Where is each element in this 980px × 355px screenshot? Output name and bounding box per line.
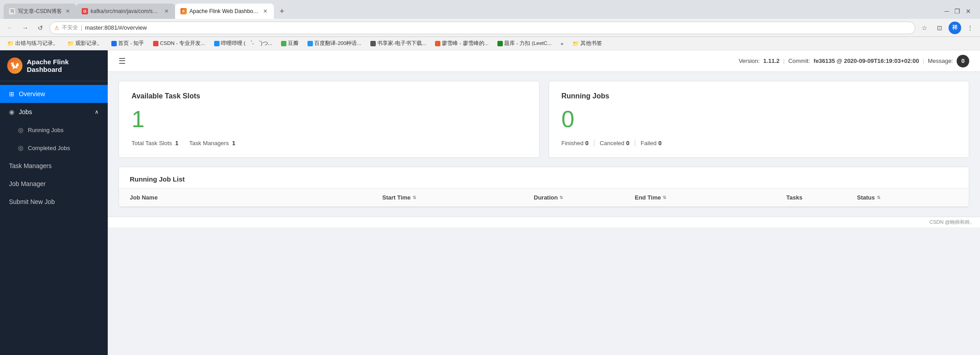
bookmark-item[interactable]: CSDN - 专业开发... [149, 39, 208, 48]
sidebar-item-jobs-label: Jobs [19, 108, 32, 115]
failed-label: Failed [641, 140, 656, 146]
user-icon[interactable]: 祥 [949, 22, 961, 34]
address-bar[interactable]: ⚠ 不安全 | master:8081/#/overview [49, 22, 915, 34]
canceled-label: Canceled [600, 140, 624, 146]
failed-stat: Failed 0 [635, 140, 667, 146]
th-duration[interactable]: Duration ⇅ [534, 194, 635, 201]
bookmark-item[interactable]: 首页 - 知乎 [108, 39, 148, 48]
tab-2-close[interactable]: ✕ [163, 8, 170, 15]
flink-logo-icon: 🐿 [7, 58, 22, 74]
tab-3-close[interactable]: ✕ [262, 8, 268, 15]
close-button[interactable]: ✕ [964, 6, 973, 17]
sidebar-item-running-jobs[interactable]: ◎ Running Jobs [0, 121, 108, 139]
bookmark-item[interactable]: 📁 观影记录。 [64, 39, 106, 48]
bookmark-label: 百度翻译-200种语... [314, 40, 361, 47]
dashboard-area: Available Task Slots 1 Total Task Slots … [108, 72, 980, 217]
sidebar-item-completed-jobs-label: Completed Jobs [28, 145, 70, 151]
completed-jobs-icon: ◎ [18, 144, 23, 151]
canceled-stat: Canceled 0 [594, 140, 635, 146]
browser-chrome: 写 写文章-CSDN博客 ✕ G kafka/src/main/java/com… [0, 0, 980, 50]
folder-icon: 📁 [7, 40, 14, 47]
total-task-slots-value: 1 [175, 140, 178, 146]
sidebar-logo: 🐿 Apache Flink Dashboard [0, 50, 108, 81]
hamburger-icon[interactable]: ☰ [119, 56, 126, 66]
message-label: Message: [928, 58, 953, 64]
top-bar: ☰ Version: 1.11.2 | Commit: fe36135 @ 20… [108, 50, 980, 72]
bookmark-more[interactable]: » [557, 40, 567, 47]
bookmark-label: 书享家-电子书下载... [377, 40, 426, 47]
tab-2[interactable]: G kafka/src/main/java/com/shu... ✕ [76, 4, 175, 19]
running-jobs-number: 0 [562, 107, 957, 131]
task-slots-title: Available Task Slots [132, 92, 527, 100]
bookmark-icon[interactable]: ☆ [918, 22, 931, 34]
tab-2-label: kafka/src/main/java/com/shu... [91, 8, 161, 14]
forward-button[interactable]: → [19, 22, 31, 34]
th-end-time[interactable]: End Time ⇅ [635, 194, 787, 201]
jobs-chevron-icon: ∧ [95, 109, 99, 115]
sidebar-item-submit-new-job[interactable]: Submit New Job [0, 193, 108, 211]
task-managers-label: Task Managers 1 [189, 140, 236, 146]
cast-icon[interactable]: ⊡ [933, 22, 946, 34]
task-slots-footer: Total Task Slots 1 Task Managers 1 [132, 140, 527, 146]
back-button[interactable]: ← [4, 22, 16, 34]
site-icon [497, 41, 503, 46]
sidebar-app-name: Apache Flink Dashboard [27, 58, 101, 73]
sidebar-item-overview-label: Overview [19, 90, 45, 98]
bookmark-item[interactable]: 书享家-电子书下载... [367, 39, 430, 48]
job-list-title: Running Job List [130, 175, 185, 183]
running-jobs-card: Running Jobs 0 Finished 0 Canceled 0 Fai… [549, 81, 970, 158]
jobs-icon: ◉ [9, 108, 14, 115]
status-text: CSDN @晌帅和帅。 [930, 219, 975, 225]
bookmark-item[interactable]: 题库 - 力扣 (LeetC... [494, 39, 555, 48]
minimize-button[interactable]: ─ [943, 6, 951, 17]
bookmark-item[interactable]: 📁 出错与练习记录。 [4, 39, 62, 48]
security-label: 不安全 [62, 24, 78, 31]
sidebar-item-running-jobs-label: Running Jobs [28, 127, 64, 133]
bookmark-label: 首页 - 知乎 [118, 40, 144, 47]
restore-button[interactable]: ❐ [953, 6, 962, 17]
canceled-value: 0 [626, 140, 629, 146]
bookmark-item[interactable]: 豆瓣 [277, 39, 302, 48]
tab-1-label: 写文章-CSDN博客 [18, 8, 62, 15]
bookmark-item[interactable]: 📁 其他书签 [569, 39, 606, 48]
sidebar-item-jobs[interactable]: ◉ Jobs ∧ [0, 103, 108, 121]
sidebar-item-completed-jobs[interactable]: ◎ Completed Jobs [0, 139, 108, 157]
tab-3[interactable]: F Apache Flink Web Dashboard ✕ [175, 4, 274, 19]
finished-value: 0 [585, 140, 589, 146]
tab-bar: 写 写文章-CSDN博客 ✕ G kafka/src/main/java/com… [0, 0, 980, 19]
site-icon [435, 41, 440, 46]
site-icon [111, 41, 117, 46]
finished-label: Finished [562, 140, 584, 146]
th-start-time[interactable]: Start Time ⇅ [382, 194, 534, 201]
sort-icon-start-time: ⇅ [413, 195, 416, 200]
reload-button[interactable]: ↺ [34, 22, 47, 34]
failed-value: 0 [658, 140, 661, 146]
sidebar-item-task-managers[interactable]: Task Managers [0, 157, 108, 175]
bookmark-item[interactable]: 哔哩哔哩 ( ゜- ゜)つ... [211, 39, 276, 48]
task-slots-card: Available Task Slots 1 Total Task Slots … [119, 81, 540, 158]
bookmark-item[interactable]: 百度翻译-200种语... [304, 39, 365, 48]
extension-icon[interactable]: ⋮ [964, 22, 976, 34]
overview-icon: ⊞ [9, 90, 14, 98]
tab-3-label: Apache Flink Web Dashboard [189, 8, 259, 14]
bookmark-label: CSDN - 专业开发... [160, 40, 205, 47]
sidebar-item-submit-new-job-label: Submit New Job [9, 198, 55, 205]
bookmark-label: 豆瓣 [288, 40, 299, 47]
sidebar-item-job-manager[interactable]: Job Manager [0, 175, 108, 193]
site-icon [153, 41, 158, 46]
new-tab-button[interactable]: + [276, 5, 288, 18]
app-container: 🐿 Apache Flink Dashboard ⊞ Overview ◉ Jo… [0, 50, 980, 355]
sidebar-item-overview[interactable]: ⊞ Overview [0, 85, 108, 103]
th-status[interactable]: Status ⇅ [857, 194, 958, 201]
bookmark-item[interactable]: 廖雪峰 - 廖雪峰的... [431, 39, 492, 48]
tab-1-close[interactable]: ✕ [65, 8, 71, 15]
table-header: Job Name Start Time ⇅ Duration ⇅ End Tim… [119, 189, 969, 207]
sidebar-item-job-manager-label: Job Manager [9, 180, 46, 187]
tab-1[interactable]: 写 写文章-CSDN博客 ✕ [4, 4, 76, 19]
total-task-slots-label: Total Task Slots 1 [132, 140, 179, 146]
sidebar-item-task-managers-label: Task Managers [9, 162, 52, 169]
message-badge[interactable]: 0 [957, 55, 969, 67]
site-icon [308, 41, 313, 46]
site-icon [214, 41, 220, 46]
th-job-name[interactable]: Job Name [130, 194, 382, 201]
